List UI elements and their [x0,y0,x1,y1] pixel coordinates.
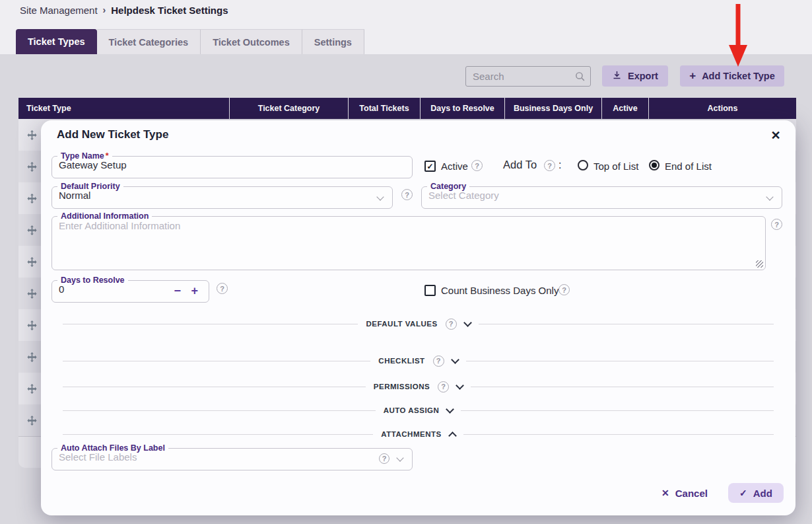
close-icon[interactable]: ✕ [767,127,784,144]
add-ticket-type-label: Add Ticket Type [702,71,775,81]
chevron-down-icon[interactable] [396,454,403,461]
section-default-values[interactable]: DEFAULT VALUES ? [63,317,774,330]
column-header-ticket-type[interactable]: Ticket Type [18,98,230,119]
section-checklist-label: CHECKLIST [378,357,424,365]
breadcrumb-current: Helpdesk Ticket Settings [111,5,228,16]
chevron-up-icon[interactable] [448,431,457,440]
active-label: Active [441,161,468,172]
tab-settings[interactable]: Settings [302,29,364,54]
checkmark-icon: ✓ [426,162,433,171]
section-permissions-help-icon[interactable]: ? [438,381,449,393]
section-checklist-help-icon[interactable]: ? [433,356,444,367]
days-to-resolve-help-icon[interactable]: ? [217,283,228,294]
add-to-colon: : [558,159,561,171]
column-header-actions: Actions [649,98,796,119]
helpdesk-ticket-settings-page: Site Management › Helpdesk Ticket Settin… [0,0,812,524]
section-auto-assign[interactable]: AUTO ASSIGN [63,404,774,417]
column-header-ticket-category[interactable]: Ticket Category [230,98,349,119]
resize-grip[interactable] [756,260,763,268]
top-of-list-radio[interactable] [578,160,588,170]
section-default-values-help-icon[interactable]: ? [446,318,457,330]
additional-information-help-icon[interactable]: ? [771,219,782,230]
search-input[interactable] [465,66,591,87]
type-name-field: Type Name* [51,152,413,178]
type-name-input[interactable] [52,159,401,175]
count-business-days-label: Count Business Days Only [441,285,558,296]
cancel-x-icon: ✕ [661,488,669,498]
export-button[interactable]: Export [602,65,668,87]
days-to-resolve-label: Days to Resolve [57,276,128,285]
add-label: Add [753,488,772,499]
plus-icon: + [689,69,696,83]
column-header-total-tickets[interactable]: Total Tickets [349,98,421,119]
cancel-label: Cancel [675,488,708,499]
export-label: Export [628,71,658,81]
table-header-row: Ticket Type Ticket Category Total Ticket… [18,98,796,119]
days-to-resolve-input[interactable] [52,283,164,299]
chevron-down-icon[interactable] [446,405,455,414]
section-attachments-label: ATTACHMENTS [381,430,441,438]
count-business-days-help-icon[interactable]: ? [558,284,570,295]
auto-attach-help-icon[interactable]: ? [379,453,389,464]
search-field [465,66,591,87]
increment-button[interactable]: + [191,285,198,297]
category-field[interactable]: Category [421,182,782,209]
count-business-days-checkbox[interactable] [424,285,436,296]
column-header-days-to-resolve[interactable]: Days to Resolve [421,98,505,119]
modal-title: Add New Ticket Type [57,128,168,141]
annotation-arrow [726,3,751,71]
auto-attach-label: Auto Attach Files By Label [57,444,168,453]
default-priority-field[interactable]: Default Priority [51,182,393,209]
section-permissions[interactable]: PERMISSIONS ? [63,380,774,393]
decrement-button[interactable]: − [174,285,181,297]
search-icon [574,71,586,85]
section-permissions-label: PERMISSIONS [374,383,430,391]
additional-information-textarea[interactable] [52,220,753,258]
tab-ticket-categories[interactable]: Ticket Categories [97,29,201,54]
section-attachments[interactable]: ATTACHMENTS [63,428,774,441]
days-to-resolve-field: Days to Resolve − + [51,276,209,303]
default-priority-select[interactable] [52,190,382,206]
end-of-list-label: End of List [665,161,712,172]
column-header-active[interactable]: Active [602,98,649,119]
section-checklist[interactable]: CHECKLIST ? [63,354,774,367]
check-icon: ✓ [739,488,747,498]
top-of-list-label: Top of List [593,161,638,172]
additional-information-label: Additional Information [57,212,152,221]
chevron-down-icon[interactable] [463,318,472,327]
cancel-button[interactable]: ✕ Cancel [655,483,714,503]
chevron-down-icon[interactable] [456,381,464,390]
chevron-down-icon[interactable] [451,356,459,364]
additional-information-field: Additional Information [51,212,766,270]
category-label: Category [427,182,469,191]
add-to-help-icon[interactable]: ? [544,160,555,171]
active-help-icon[interactable]: ? [471,160,483,171]
add-button[interactable]: ✓ Add [728,483,784,503]
tab-strip: Ticket Types Ticket Categories Ticket Ou… [0,20,812,54]
auto-attach-select[interactable] [52,451,343,467]
tab-ticket-outcomes[interactable]: Ticket Outcomes [201,29,302,54]
add-new-ticket-type-modal: Add New Ticket Type ✕ Type Name* ✓ Activ… [41,120,795,515]
download-icon [612,70,622,82]
end-of-list-radio[interactable] [649,160,660,170]
tab-ticket-types[interactable]: Ticket Types [16,29,97,54]
section-auto-assign-label: AUTO ASSIGN [384,406,440,414]
breadcrumb: Site Management › Helpdesk Ticket Settin… [0,0,812,20]
active-checkbox[interactable]: ✓ [424,161,436,172]
default-priority-help-icon[interactable]: ? [401,189,413,200]
breadcrumb-separator: › [103,5,106,15]
breadcrumb-parent[interactable]: Site Management [20,5,98,16]
column-header-business-days-only[interactable]: Business Days Only [505,98,602,119]
section-default-values-label: DEFAULT VALUES [366,320,437,328]
auto-attach-field[interactable]: Auto Attach Files By Label ? [51,444,413,470]
add-to-label: Add To [503,159,537,171]
category-select[interactable] [422,190,771,206]
